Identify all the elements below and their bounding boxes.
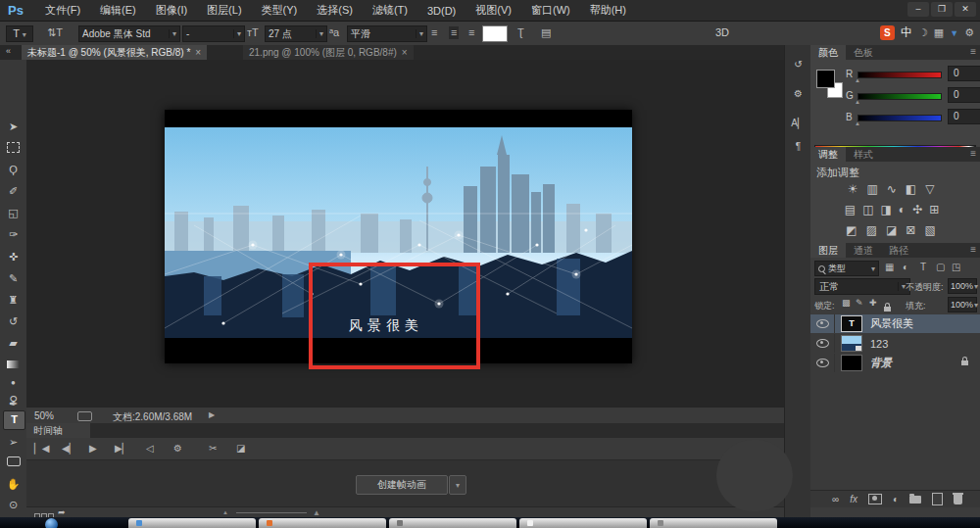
align-left-icon[interactable]: ≡ — [431, 27, 437, 38]
layer-name[interactable]: 123 — [870, 338, 888, 350]
start-button[interactable] — [45, 518, 58, 528]
panel-menu-icon[interactable]: ≡ — [970, 244, 976, 255]
align-right-icon[interactable]: ≡ — [468, 27, 474, 38]
ime-logo-icon[interactable]: S — [880, 25, 895, 40]
new-group-icon[interactable] — [909, 496, 921, 504]
image-layer-thumbnail[interactable] — [841, 335, 862, 352]
tab-styles[interactable]: 样式 — [846, 147, 881, 162]
delete-layer-icon[interactable] — [954, 495, 962, 504]
doc-tab-active[interactable]: 未标题-1 @ 50% (风景很美, RGB/8) * × — [22, 45, 207, 60]
tab-layers[interactable]: 图层 — [810, 243, 846, 258]
menu-file[interactable]: 文件(F) — [35, 3, 90, 18]
foreground-color-swatch[interactable] — [816, 70, 835, 88]
fill-dropdown-icon[interactable]: ▾ — [974, 301, 978, 310]
filter-smart-object-icon[interactable]: ◳ — [952, 263, 960, 272]
character-panel-icon[interactable]: A▏ — [785, 118, 811, 128]
blue-slider[interactable] — [858, 115, 942, 121]
pen-tool-visible[interactable]: ✒ — [0, 398, 26, 410]
lock-position-icon[interactable]: ✚ — [869, 299, 877, 308]
menu-window[interactable]: 窗口(W) — [521, 3, 580, 18]
tab-color[interactable]: 颜色 — [810, 45, 846, 60]
play-button[interactable]: ▶ — [89, 443, 97, 454]
zoom-out-mountain-icon[interactable]: ▲ — [222, 509, 228, 515]
menu-type[interactable]: 类型(Y) — [252, 3, 308, 18]
menu-filter[interactable]: 滤镜(T) — [363, 3, 417, 18]
color-lookup-icon[interactable]: ⊞ — [929, 203, 946, 216]
filter-shape-layers-icon[interactable]: ▢ — [936, 263, 945, 272]
selective-color-icon[interactable]: ⊠ — [906, 223, 924, 237]
tab-paths[interactable]: 路径 — [881, 243, 916, 258]
properties-panel-icon[interactable]: ⚙ — [785, 88, 811, 99]
timeline-settings-icon[interactable]: ⚙ — [173, 443, 182, 454]
font-family-select[interactable]: Adobe 黑体 Std▾ — [78, 25, 180, 42]
crop-tool[interactable]: ◱ — [0, 207, 26, 219]
blend-mode-select[interactable]: 正常 ▾ — [814, 278, 910, 295]
minimize-button[interactable]: – — [907, 2, 929, 17]
anti-alias-select[interactable]: 平滑▾ — [347, 25, 427, 42]
curves-icon[interactable]: ∿ — [887, 182, 906, 196]
black-white-icon[interactable]: ◨ — [880, 203, 898, 216]
new-layer-icon[interactable] — [932, 493, 943, 505]
blur-tool[interactable]: ● — [0, 378, 26, 387]
filter-type-layers-icon[interactable]: T — [920, 263, 926, 272]
text-color-swatch[interactable] — [482, 25, 508, 42]
close-button[interactable]: ✕ — [955, 2, 976, 17]
restore-button[interactable]: ❐ — [931, 2, 953, 17]
red-slider[interactable] — [858, 72, 942, 78]
visibility-eye-icon[interactable] — [816, 359, 829, 367]
warp-text-icon[interactable]: Ʈ — [517, 27, 524, 38]
history-brush-tool[interactable]: ↺ — [0, 315, 26, 328]
clone-stamp-tool[interactable]: ♜ — [0, 294, 26, 307]
doc-tab-inactive[interactable]: 21.png @ 100% (图层 0, RGB/8#) × — [243, 45, 414, 60]
layer-name[interactable]: 背景 — [870, 356, 892, 370]
filter-adjustment-layers-icon[interactable]: ◐ — [903, 263, 908, 272]
move-tool[interactable]: ➤ — [0, 120, 26, 133]
gradient-map-icon[interactable]: ▧ — [924, 223, 944, 237]
red-value-field[interactable]: 0 — [948, 66, 980, 81]
layer-name[interactable]: 风景很美 — [870, 316, 913, 331]
menu-layer[interactable]: 图层(L) — [197, 3, 251, 18]
posterize-icon[interactable]: ▨ — [866, 223, 886, 237]
timeline-tab[interactable]: 时间轴 — [26, 423, 90, 438]
document-size-info[interactable]: 文档:2.60M/3.68M — [113, 410, 192, 424]
first-frame-button[interactable]: ▏◀ — [34, 443, 49, 454]
ime-moon-icon[interactable]: ☽ — [918, 27, 928, 38]
menu-3d[interactable]: 3D(D) — [417, 5, 466, 17]
zoom-level[interactable]: 50% — [34, 410, 54, 421]
blue-slider-thumb[interactable]: ▲ — [855, 120, 860, 126]
lock-all-icon[interactable] — [884, 307, 891, 312]
menu-select[interactable]: 选择(S) — [307, 3, 363, 18]
add-layer-mask-icon[interactable] — [868, 494, 882, 504]
text-layer-thumbnail[interactable]: T — [841, 315, 862, 332]
font-style-select[interactable]: -▾ — [182, 25, 245, 42]
toggle-panels-icon[interactable]: ▤ — [541, 27, 551, 38]
taskbar-app-button[interactable] — [519, 518, 647, 528]
healing-brush-tool[interactable]: ✜ — [0, 251, 26, 264]
blue-value-field[interactable]: 0 — [948, 109, 980, 124]
ime-keyboard-icon[interactable]: ▦ — [934, 27, 944, 38]
opacity-field[interactable]: 100% — [948, 278, 977, 294]
red-slider-thumb[interactable]: ▲ — [855, 77, 860, 83]
path-selection-tool[interactable]: ➢ — [0, 436, 26, 449]
menu-image[interactable]: 图像(I) — [146, 3, 197, 18]
panel-menu-icon[interactable]: ≡ — [970, 46, 976, 57]
lock-transparency-icon[interactable]: ▩ — [842, 299, 851, 308]
create-frame-animation-button[interactable]: 创建帧动画 — [356, 475, 448, 495]
green-slider[interactable] — [858, 93, 942, 100]
zoom-tool[interactable]: ⊙ — [0, 499, 26, 511]
channel-mixer-icon[interactable]: ✣ — [912, 203, 929, 216]
previous-frame-button[interactable]: ◀▏ — [62, 443, 76, 454]
eraser-tool[interactable]: ▰ — [0, 337, 26, 350]
paragraph-panel-icon[interactable]: ¶ — [785, 141, 811, 152]
audio-toggle-button[interactable]: ◁ — [146, 443, 154, 454]
3d-mode-label[interactable]: 3D — [715, 26, 729, 38]
marquee-tool[interactable] — [0, 142, 26, 155]
next-frame-button[interactable]: ▶▏ — [115, 443, 129, 454]
link-layers-icon[interactable]: ∞ — [832, 495, 839, 504]
canvas-area[interactable]: 风景很美 — [26, 60, 784, 407]
tab-adjustments[interactable]: 调整 — [810, 147, 846, 162]
tab-swatches[interactable]: 色板 — [846, 45, 881, 60]
brightness-contrast-icon[interactable]: ☀ — [848, 182, 867, 196]
collapse-dock-icon[interactable]: « — [6, 47, 11, 56]
levels-icon[interactable]: ▥ — [866, 182, 886, 196]
